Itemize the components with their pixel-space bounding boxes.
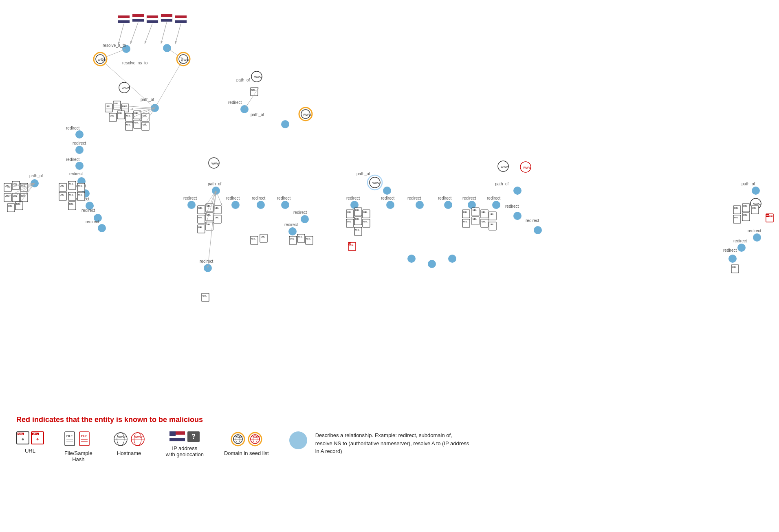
blue-node [428, 260, 436, 268]
domain-icon-malicious: WWW [247, 431, 263, 447]
svg-text:URL: URL [347, 220, 351, 223]
malicious-warning: Red indicates that the entity is known t… [16, 415, 763, 424]
svg-text:URL: URL [5, 195, 9, 197]
svg-rect-219 [169, 431, 176, 436]
ip-label: IP addresswith geolocation [166, 445, 204, 457]
svg-text:URL: URL [349, 243, 353, 245]
edge-label: redirect [277, 196, 291, 200]
svg-text:WWW: WWW [253, 436, 260, 438]
svg-text:URL: URL [290, 237, 294, 240]
svg-rect-20 [175, 20, 187, 23]
svg-rect-199 [65, 432, 75, 446]
svg-text:URL: URL [482, 220, 486, 223]
edge-label: redirect [346, 196, 360, 200]
svg-text:URL: URL [355, 229, 359, 231]
svg-rect-11 [147, 18, 158, 20]
edge-label: redirect [487, 196, 501, 200]
blue-node [513, 187, 522, 195]
domain-label: Domain in seed list [224, 450, 269, 456]
edge-label: redirect [228, 100, 242, 105]
svg-text:URL: URL [8, 205, 12, 207]
svg-text:URL: URL [202, 295, 207, 297]
blue-node [187, 201, 196, 209]
question-icon: ? [187, 431, 200, 442]
hostname-label: Hostname [117, 450, 141, 456]
edge-label: path_of [356, 171, 370, 176]
svg-text:URL: URL [134, 121, 139, 124]
svg-rect-10 [147, 15, 158, 18]
svg-text:URL: URL [122, 105, 126, 108]
relationship-description: Describes a relationship. Example: redir… [315, 431, 470, 455]
blue-node [288, 227, 297, 235]
blue-node [534, 226, 542, 234]
edge-label: redirect [723, 248, 737, 253]
file-icon-malicious: FILE [79, 431, 92, 447]
svg-text:URL: URL [482, 211, 486, 213]
svg-text:URL: URL [207, 223, 211, 226]
svg-text:URL: URL [769, 215, 773, 218]
edge-label: redirect [66, 157, 80, 162]
svg-text:URL: URL [198, 216, 202, 219]
edge-label: path_of [742, 182, 755, 186]
edge-label: resolve_a_to [103, 43, 126, 48]
blue-node [448, 255, 456, 263]
edge-label: redirect [81, 208, 95, 213]
edge-label: redirect [226, 196, 240, 200]
rel-node-container [289, 431, 307, 449]
blue-node [281, 201, 289, 209]
hostname-icon-normal: WWW [113, 431, 128, 447]
svg-text:URL: URL [106, 105, 110, 108]
svg-rect-16 [161, 19, 172, 22]
legend-hostname: WWW WWW Hostname [113, 431, 145, 456]
edge-label: path_of [236, 78, 250, 82]
hostname-icon-malicious: WWW [130, 431, 145, 447]
svg-line-24 [161, 22, 167, 44]
blue-node [383, 187, 391, 195]
url-icon-normal: URL ⊕ [16, 431, 29, 444]
svg-text:URL: URL [198, 207, 202, 209]
svg-rect-14 [161, 14, 172, 17]
legend-area: Red indicates that the entity is known t… [0, 407, 779, 532]
svg-rect-15 [161, 17, 172, 19]
svg-text:WWW: WWW [235, 436, 242, 438]
blue-node [752, 187, 760, 195]
edge-label: redirect [73, 141, 86, 145]
svg-text:URL: URL [363, 211, 367, 213]
blue-node [728, 255, 737, 263]
blue-node [407, 255, 416, 263]
svg-line-23 [145, 24, 152, 44]
domain-icon-normal: WWW [230, 431, 246, 447]
svg-text:URL: URL [306, 237, 310, 240]
svg-text:URL: URL [60, 185, 64, 187]
edge-label: resolve_ns_to [122, 61, 148, 65]
edge-label: redirect [183, 196, 197, 200]
svg-text:URL: URL [298, 235, 302, 238]
svg-text:URL: URL [69, 182, 73, 185]
svg-text:URL: URL [355, 218, 359, 220]
svg-rect-7 [132, 17, 144, 19]
edge-label: redirect [252, 196, 266, 200]
svg-text:URL: URL [743, 205, 747, 207]
svg-text:URL: URL [5, 185, 9, 187]
svg-line-188 [100, 59, 155, 108]
blue-node [301, 215, 309, 223]
edge-label: redirect [381, 196, 395, 200]
blue-node [386, 201, 394, 209]
svg-text:WWW: WWW [122, 87, 130, 90]
ip-icon-row: ? [169, 431, 200, 442]
blue-node [737, 244, 746, 252]
edge-label: redirect [293, 210, 307, 215]
svg-text:WWW: WWW [501, 165, 509, 168]
svg-text:URL: URL [261, 235, 265, 238]
svg-rect-4 [118, 20, 130, 23]
blue-node [444, 201, 452, 209]
svg-rect-18 [175, 15, 187, 18]
svg-text:URL: URL [463, 220, 467, 223]
svg-text:WWW: WWW [523, 166, 531, 169]
legend-url: URL ⊕ URL ⊕ URL [16, 431, 44, 454]
svg-text:URL: URL [110, 114, 114, 117]
svg-text:FILE: FILE [81, 435, 87, 437]
svg-text:URL: URL [134, 112, 139, 114]
svg-text:URL: URL [69, 193, 73, 196]
svg-text:URL: URL [363, 220, 367, 223]
